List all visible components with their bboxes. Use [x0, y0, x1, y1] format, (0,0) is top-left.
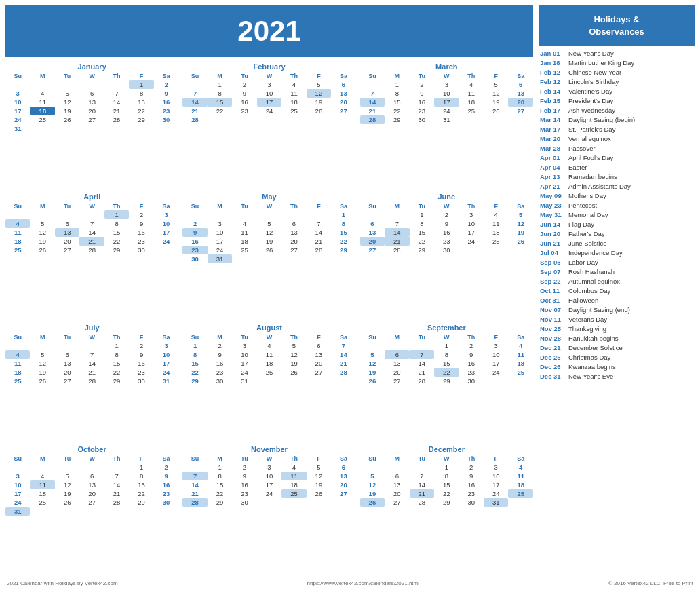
footer: 2021 Calendar with Holidays by Vertex42.… [0, 577, 700, 589]
month-block-november: NovemberSuMTuWThFSa123456789101112131415… [182, 445, 355, 571]
calendar-day: 11 [459, 89, 484, 98]
calendar-day: 24 [459, 237, 484, 246]
calendar-day: 22 [182, 368, 207, 377]
calendar-day: 13 [307, 350, 331, 359]
calendar-day: 10 [232, 350, 256, 359]
calendar-day: 7 [360, 89, 385, 98]
calendar-day: 27 [331, 107, 356, 115]
calendar-day: 20 [385, 368, 409, 377]
calendar-day: 7 [104, 472, 129, 480]
calendar-day: 2 [434, 210, 459, 219]
calendar-day: 11 [484, 219, 508, 228]
calendar-day: 9 [434, 219, 459, 228]
calendar-day [30, 507, 54, 516]
holiday-name: Daylight Saving (end) [568, 306, 630, 314]
holiday-name: Veterans Day [568, 316, 607, 323]
calendar-day: 18 [232, 237, 256, 246]
calendar-day: 28 [182, 498, 207, 507]
calendar-day: 1 [129, 463, 153, 472]
calendar-day [104, 507, 129, 516]
day-header: M [208, 333, 232, 341]
calendar-day: 29 [129, 498, 153, 507]
day-header: Tu [410, 333, 434, 341]
day-header: Th [281, 72, 306, 80]
calendar-table: SuMTuWThFSa12345678910111213141516171819… [360, 333, 533, 385]
list-item: Jun 14Flag Day [539, 220, 695, 229]
holiday-name: Easter [568, 164, 587, 171]
holiday-date: Jun 21 [540, 240, 566, 247]
calendar-day: 16 [232, 480, 256, 489]
calendar-day [104, 80, 129, 89]
calendar-day: 2 [459, 341, 484, 350]
calendar-day: 28 [385, 246, 409, 254]
list-item: Jan 01New Year's Day [539, 49, 695, 58]
calendar-day: 19 [281, 359, 306, 368]
calendar-day: 8 [129, 89, 153, 98]
calendar-day: 1 [208, 80, 232, 89]
calendar-day: 2 [129, 210, 153, 219]
calendar-day: 17 [154, 359, 179, 368]
calendar-day: 20 [55, 368, 79, 377]
calendar-day [154, 124, 179, 133]
holiday-name: Passover [568, 145, 596, 152]
calendar-day: 23 [154, 107, 179, 115]
list-item: Jun 21June Solstice [539, 239, 695, 248]
calendar-day: 16 [410, 98, 434, 107]
calendar-day [30, 341, 54, 350]
calendar-day: 15 [208, 480, 232, 489]
calendar-day: 14 [331, 350, 356, 359]
day-header: Sa [508, 455, 533, 463]
holiday-date: Apr 04 [540, 164, 566, 171]
list-item: Jul 04Independence Day [539, 248, 695, 257]
calendar-table: SuMTuWThFSa12345678910111213141516171819… [360, 455, 533, 507]
calendar-day: 10 [257, 89, 281, 98]
month-block-march: MarchSuMTuWThFSa123456789101112131415161… [360, 62, 533, 189]
calendar-day: 28 [307, 246, 331, 254]
holiday-date: Nov 25 [540, 325, 566, 332]
calendar-day [30, 124, 54, 133]
day-header: Th [104, 202, 129, 210]
holiday-name: President's Day [568, 97, 613, 104]
calendar-day: 24 [154, 368, 179, 377]
holiday-date: Jan 01 [540, 50, 566, 57]
calendar-day: 2 [154, 80, 179, 89]
calendar-day: 14 [79, 359, 104, 368]
calendar-day: 27 [281, 246, 306, 254]
calendar-day: 23 [232, 489, 256, 498]
calendar-day: 19 [307, 98, 331, 107]
calendar-day: 27 [79, 498, 104, 507]
calendar-day: 6 [79, 89, 104, 98]
calendar-day: 17 [5, 107, 30, 115]
calendar-day: 3 [459, 210, 484, 219]
calendar-day [30, 463, 54, 472]
calendar-day: 1 [104, 341, 129, 350]
calendar-day: 22 [208, 107, 232, 115]
calendar-day: 14 [104, 98, 129, 107]
calendar-day: 21 [182, 489, 207, 498]
holiday-name: Lincoln's Birthday [568, 78, 619, 86]
calendar-day: 19 [257, 237, 281, 246]
list-item: Feb 14Valentine's Day [539, 87, 695, 96]
footer-right: © 2016 Vertex42 LLC. Free to Print [608, 580, 693, 586]
day-header: Su [360, 455, 385, 463]
calendar-day: 30 [459, 377, 484, 385]
calendar-day: 12 [55, 480, 79, 489]
calendar-day: 19 [484, 98, 508, 107]
calendar-day: 22 [434, 368, 459, 377]
calendar-day: 28 [79, 246, 104, 254]
calendar-table: SuMTuWThFSa12345678910111213141516171819… [360, 202, 533, 254]
calendar-day: 24 [257, 489, 281, 498]
calendar-day: 4 [281, 463, 306, 472]
calendar-day: 25 [5, 377, 30, 385]
calendar-day [257, 377, 281, 385]
list-item: Apr 13Ramadan begins [539, 172, 695, 181]
calendar-day: 17 [208, 237, 232, 246]
calendar-day: 3 [232, 341, 256, 350]
calendar-day: 9 [410, 89, 434, 98]
holiday-date: Nov 11 [540, 316, 566, 323]
day-header: M [385, 333, 409, 341]
calendar-day [360, 80, 385, 89]
holiday-name: Daylight Saving (begin) [568, 116, 635, 124]
day-header: W [434, 333, 459, 341]
calendar-day: 24 [208, 246, 232, 254]
